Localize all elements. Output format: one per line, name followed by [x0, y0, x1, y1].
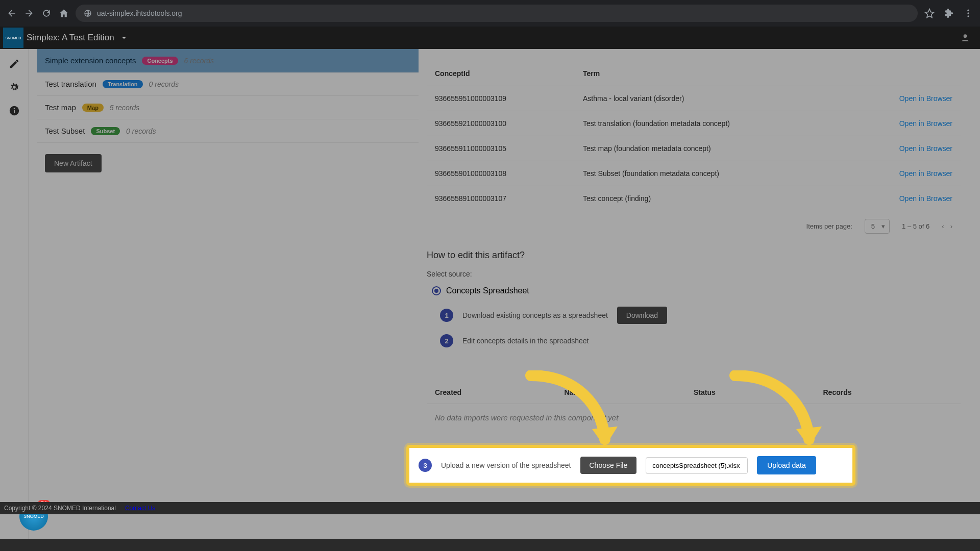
svg-point-1 [967, 10, 969, 11]
artifact-records: 6 records [184, 57, 214, 65]
app-title-text: Simplex: A Test Edition [27, 33, 114, 43]
th-conceptid: ConceptId [435, 69, 583, 78]
file-name-input[interactable] [646, 457, 748, 474]
table-row: 936655951000003109 Asthma - local varian… [427, 86, 961, 111]
cell-conceptid: 936655901000003108 [435, 169, 583, 178]
cell-term: Test translation (foundation metadata co… [583, 119, 866, 128]
page-size-select[interactable]: 5 [865, 219, 890, 234]
menu-icon[interactable] [963, 8, 974, 19]
step-1: 1 Download existing concepts as a spread… [440, 307, 961, 324]
step-number: 1 [440, 309, 453, 322]
table-row: 936655901000003108 Test Subset (foundati… [427, 161, 961, 186]
artifact-name: Test map [45, 103, 76, 112]
table-row: 936655911000003105 Test map (foundation … [427, 136, 961, 161]
source-radio[interactable]: Concepts Spreadsheet [432, 286, 961, 295]
footer-copyright: Copyright © 2024 SNOMED International [4, 505, 116, 512]
home-icon[interactable] [58, 8, 69, 19]
paginator: Items per page: 5 1 – 5 of 6 ‹ › [427, 211, 961, 242]
chevron-down-icon [119, 33, 129, 42]
annotation-arrow-left [516, 370, 628, 457]
cell-conceptid: 936655921000003100 [435, 119, 583, 128]
upload-data-button[interactable]: Upload data [757, 456, 816, 474]
footer-contact-link[interactable]: Contact Us [125, 505, 155, 512]
artifact-records: 5 records [110, 104, 139, 112]
url-text: uat-simplex.ihtsdotools.org [97, 9, 182, 17]
info-icon[interactable] [9, 105, 20, 116]
cell-term: Test map (foundation metadata concept) [583, 144, 866, 153]
artifact-records: 0 records [126, 127, 156, 135]
artifact-list-panel: Simple extension concepts Concepts 6 rec… [29, 49, 427, 539]
svg-point-7 [13, 108, 14, 109]
cell-conceptid: 936655911000003105 [435, 144, 583, 153]
new-artifact-button[interactable]: New Artifact [45, 154, 102, 172]
extensions-icon[interactable] [943, 8, 954, 19]
imports-table-header: Created Name Status Records [427, 381, 961, 404]
annotation-arrow-right [720, 370, 832, 457]
table-row: 936655891000003107 Test concept (finding… [427, 186, 961, 211]
step-text: Download existing concepts as a spreadsh… [462, 311, 608, 319]
browser-chrome: uat-simplex.ihtsdotools.org [0, 0, 980, 27]
concepts-table-header: ConceptId Term [427, 49, 961, 86]
page-range: 1 – 5 of 6 [902, 222, 929, 230]
artifact-type-pill: Subset [91, 127, 120, 135]
url-bar[interactable]: uat-simplex.ihtsdotools.org [76, 5, 918, 22]
howto-title: How to edit this artifact? [427, 250, 961, 261]
table-row: 936655921000003100 Test translation (fou… [427, 111, 961, 136]
footer [0, 539, 980, 551]
svg-point-4 [964, 34, 967, 38]
user-icon[interactable] [960, 32, 971, 43]
step-text: Edit concepts details in the spreadsheet [462, 337, 589, 345]
star-icon[interactable] [924, 8, 935, 19]
page-next-icon[interactable]: › [950, 222, 952, 230]
cell-conceptid: 936655951000003109 [435, 94, 583, 103]
download-button[interactable]: Download [617, 307, 667, 324]
cell-term: Asthma - local variant (disorder) [583, 94, 866, 103]
step-number: 3 [419, 459, 432, 472]
th-term: Term [583, 69, 866, 78]
chat-label: SNOMED [23, 514, 44, 519]
app-header: SNOMED Simplex: A Test Edition [0, 27, 980, 49]
svg-point-2 [967, 12, 969, 14]
open-browser-link[interactable]: Open in Browser [866, 144, 952, 153]
back-icon[interactable] [6, 8, 17, 19]
open-browser-link[interactable]: Open in Browser [866, 94, 952, 103]
artifact-name: Test translation [45, 80, 96, 88]
open-browser-link[interactable]: Open in Browser [866, 194, 952, 203]
app-logo: SNOMED [3, 28, 23, 48]
radio-dot-icon [432, 286, 441, 295]
left-rail [0, 49, 29, 539]
footer-bar: Copyright © 2024 SNOMED International Co… [0, 502, 980, 514]
th-records: Records [823, 388, 953, 396]
cell-term: Test concept (finding) [583, 194, 866, 203]
main-area: Simple extension concepts Concepts 6 rec… [0, 49, 980, 539]
open-browser-link[interactable]: Open in Browser [866, 169, 952, 178]
edit-icon[interactable] [9, 58, 20, 69]
globe-icon [84, 9, 92, 17]
svg-point-3 [967, 15, 969, 17]
artifact-row[interactable]: Test map Map 5 records [37, 96, 419, 119]
artifact-name: Simple extension concepts [45, 56, 136, 65]
artifact-type-pill: Translation [103, 80, 143, 88]
items-per-page-label: Items per page: [806, 222, 852, 230]
artifact-row[interactable]: Test Subset Subset 0 records [37, 119, 419, 143]
artifact-row[interactable]: Simple extension concepts Concepts 6 rec… [37, 49, 419, 72]
step-number: 2 [440, 334, 453, 347]
artifact-row[interactable]: Test translation Translation 0 records [37, 72, 419, 96]
forward-icon[interactable] [23, 8, 35, 19]
step-text: Upload a new version of the spreadsheet [441, 461, 571, 469]
reload-icon[interactable] [41, 8, 52, 19]
radio-label: Concepts Spreadsheet [446, 286, 529, 295]
artifact-name: Test Subset [45, 127, 85, 135]
cell-conceptid: 936655891000003107 [435, 194, 583, 203]
artifact-records: 0 records [149, 80, 179, 88]
step-2: 2 Edit concepts details in the spreadshe… [440, 334, 961, 347]
choose-file-button[interactable]: Choose File [580, 457, 637, 474]
artifact-type-pill: Concepts [142, 57, 178, 65]
open-browser-link[interactable]: Open in Browser [866, 119, 952, 128]
svg-rect-6 [14, 110, 15, 113]
select-source-label: Select source: [427, 270, 961, 278]
page-prev-icon[interactable]: ‹ [942, 222, 944, 230]
cell-term: Test Subset (foundation metadata concept… [583, 169, 866, 178]
app-title-dropdown[interactable]: Simplex: A Test Edition [27, 33, 129, 43]
gear-icon[interactable] [9, 82, 20, 93]
